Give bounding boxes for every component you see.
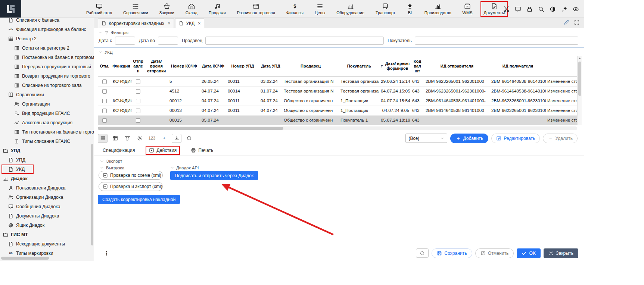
scroll-up-arrow[interactable]	[578, 56, 582, 61]
diadoc-api-header[interactable]: Диадок API	[170, 164, 199, 172]
row-checkbox[interactable]	[136, 79, 140, 84]
sidebar-item-2[interactable]: Регистр 2	[0, 34, 94, 43]
sidebar-vertical-scrollbar[interactable]	[91, 144, 93, 245]
sidebar-item-19[interactable]: Организации Диадока	[0, 192, 94, 202]
row-checkbox[interactable]	[136, 118, 140, 123]
export-section-header[interactable]: Экспорт	[100, 157, 122, 165]
chat-icon[interactable]	[515, 6, 521, 12]
sidebar-item-17[interactable]: Диадок	[0, 174, 94, 183]
column-header-formed[interactable]: Дата/ время формиров	[379, 56, 411, 76]
row-checkbox[interactable]	[136, 109, 140, 113]
menu-item-sales[interactable]: Продажи	[206, 2, 228, 16]
sidebar-item-4[interactable]: Постановка на баланс в торговом	[0, 53, 94, 62]
sidebar-item-0[interactable]: Списания с баланса	[0, 18, 94, 25]
column-header-num_upd[interactable]: Номер УПД	[226, 56, 259, 76]
sidebar-item-13[interactable]: Типы списания ЕГАИС	[0, 137, 94, 146]
ok-button[interactable]: OK	[517, 248, 541, 258]
scissors-icon[interactable]	[503, 6, 510, 12]
column-header-operation[interactable]	[546, 56, 577, 76]
sidebar-item-22[interactable]: Ящик Диадок	[0, 220, 94, 230]
close-button[interactable]: Закрыть	[544, 248, 578, 258]
grid-section-header[interactable]: УКД	[99, 48, 584, 56]
column-header-date_upd[interactable]: Дата УПД	[259, 56, 282, 76]
sidebar-item-16[interactable]: УКД	[0, 165, 94, 174]
sidebar-item-7[interactable]: Списание из торгового зала	[0, 81, 94, 90]
add-column-button[interactable]: +	[159, 134, 169, 143]
row-checkbox[interactable]	[102, 118, 107, 123]
scrollbar-thumb[interactable]	[578, 62, 581, 96]
sidebar-item-10[interactable]: Вид продукции ЕГАИС	[0, 109, 94, 118]
expand-icon[interactable]	[574, 19, 580, 25]
cancel-button[interactable]: Отменить	[475, 248, 514, 258]
sidebar-item-15[interactable]: УПД	[0, 155, 94, 165]
menu-item-bi[interactable]: BI	[404, 2, 416, 16]
column-header-num_kschf[interactable]: Номер КСЧФ	[168, 56, 200, 76]
menu-item-retail[interactable]: Розничная торговля	[235, 2, 277, 16]
menu-item-wms[interactable]: WMS	[460, 2, 475, 16]
tab-close-icon[interactable]: ×	[168, 21, 170, 26]
filter-input-date_from[interactable]	[115, 37, 135, 45]
row-checkbox[interactable]	[136, 99, 140, 103]
column-header-sel[interactable]: Отм.	[98, 56, 111, 76]
sidebar-item-12[interactable]: Тип постановки на баланс в торго	[0, 127, 94, 137]
column-header-date_kschf[interactable]: Дата КСЧФ	[200, 56, 226, 76]
column-header-receiver_id[interactable]: ИД получателя	[490, 56, 546, 76]
sidebar-item-3[interactable]: Остатки на регистре 2	[0, 43, 94, 53]
table-row[interactable]: КСЧФДИС0001304.07.240001104.07.24Обществ…	[98, 106, 577, 115]
edit-button[interactable]: Редактировать	[491, 134, 540, 143]
pin-icon[interactable]	[561, 6, 567, 12]
table-horizontal-scrollbar[interactable]	[98, 126, 577, 130]
subtab-specification[interactable]: Спецификация	[100, 147, 137, 154]
pencil-icon[interactable]	[563, 19, 569, 25]
refresh-grid-button[interactable]	[184, 134, 194, 143]
subtab-actions[interactable]: Действия	[146, 147, 179, 154]
tab-close-icon[interactable]: ×	[198, 21, 200, 26]
menu-item-directories[interactable]: Справочники	[121, 2, 150, 16]
column-header-buyer[interactable]: Покупатель	[339, 56, 379, 76]
column-header-sender_id[interactable]: ИД отправителя	[424, 56, 490, 76]
sidebar-item-9[interactable]: Организации	[0, 99, 94, 109]
menu-item-desktop[interactable]: Рабочий стол	[84, 2, 114, 16]
row-checkbox[interactable]	[102, 99, 107, 103]
menu-item-transport[interactable]: Транспорт	[373, 2, 398, 16]
menu-item-equipment[interactable]: Оборудование	[334, 2, 367, 16]
row-checkbox[interactable]	[136, 89, 140, 94]
filter-input-seller[interactable]	[205, 37, 384, 45]
sidebar-item-21[interactable]: Документы Диадока	[0, 211, 94, 220]
column-header-seller[interactable]: Продавец	[282, 56, 339, 76]
menu-item-production[interactable]: Производство	[422, 2, 454, 16]
tab-ukd[interactable]: УКД×	[175, 18, 204, 28]
sidebar-item-20[interactable]: Сообщения Диадока	[0, 202, 94, 211]
kebab-menu-icon[interactable]: ⋮	[104, 250, 109, 257]
sidebar-item-5[interactable]: Передача продукции в торговый	[0, 62, 94, 71]
function-filter-select[interactable]: (Все)	[405, 134, 447, 143]
sidebar-item-1[interactable]: </>Фиксация штрихкодов на баланс	[0, 25, 94, 34]
table-view-button[interactable]	[110, 134, 120, 143]
menu-item-finance[interactable]: $Финансы	[284, 2, 306, 16]
table-row[interactable]: КСЧФДИС0001204.07.240001104.07.24Обществ…	[98, 96, 577, 106]
table-vertical-scrollbar[interactable]	[577, 56, 582, 125]
sign-send-button[interactable]: Подписать и отправить через Диадок	[170, 171, 258, 180]
menu-item-prices[interactable]: Цены	[312, 2, 327, 16]
refresh-button[interactable]	[416, 248, 429, 258]
filters-header[interactable]: Фильтры	[99, 29, 578, 36]
tab-corrections[interactable]: Корректировки накладных×	[98, 18, 174, 28]
unload-section-header[interactable]: Выгрузка	[100, 164, 124, 172]
filter-button[interactable]	[122, 134, 132, 143]
row-checkbox[interactable]	[102, 109, 107, 113]
menu-item-warehouse[interactable]: Склад	[183, 2, 200, 16]
column-header-func[interactable]: Функция	[111, 56, 131, 76]
table-row[interactable]: КСЧФДИС526.05.240001103.02.24Тестовая ор…	[98, 76, 577, 86]
app-logo[interactable]	[0, 0, 21, 18]
sidebar-item-24[interactable]: Исходящие документы	[0, 239, 94, 248]
sidebar-item-18[interactable]: Пользователи Диадока	[0, 183, 94, 192]
row-view-button[interactable]	[98, 134, 108, 143]
column-header-currency[interactable]: Код вал ют	[411, 56, 424, 76]
search-icon[interactable]	[538, 6, 544, 12]
sidebar-item-8[interactable]: Справочники	[0, 90, 94, 99]
subtab-print[interactable]: Печать	[188, 147, 216, 154]
sidebar-item-6[interactable]: Возврат продукции из торгового	[0, 71, 94, 81]
check-schema-button[interactable]: Проверка по схеме (xml)	[99, 171, 163, 180]
eye-icon[interactable]	[573, 6, 579, 12]
numbering-button[interactable]: 123	[147, 134, 157, 143]
